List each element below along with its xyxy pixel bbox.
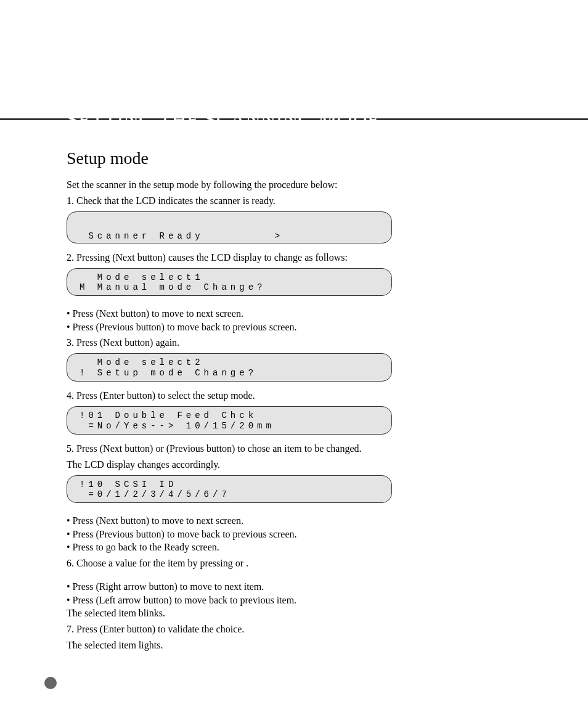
page-number: 38 bbox=[62, 677, 73, 690]
step-3-instruction: 3. Press (Next button) again. bbox=[67, 337, 551, 348]
step-7-instruction-a: 7. Press (Enter button) to validate the … bbox=[67, 624, 551, 635]
after6-c: The selected item blinks. bbox=[67, 607, 165, 620]
step-5-instruction-a: 5. Press (Next button) or (Previous butt… bbox=[67, 443, 551, 454]
main-content: SETTING THE SCANNING MODE Setup mode Set… bbox=[0, 120, 588, 651]
lcd-display-2: Mode select1 M Manual mode Change? bbox=[67, 268, 392, 296]
after5-b: • Press (Previous button) to move back t… bbox=[67, 528, 297, 541]
between-step-2-3: • Press (Next button) to move to next sc… bbox=[67, 307, 551, 333]
lcd-display-1: Scanner Ready > bbox=[67, 211, 392, 243]
lcd-display-5: !10 SCSI ID =0/1/2/3/4/5/6/7 bbox=[67, 475, 392, 504]
lcd-5-line1: !10 SCSI ID bbox=[80, 480, 177, 489]
step-4-instruction: 4. Press (Enter button) to select the se… bbox=[67, 390, 551, 401]
after5-c: • Press to go back to the Ready screen. bbox=[67, 541, 219, 554]
after6-a: • Press (Right arrow button) to move to … bbox=[67, 580, 264, 594]
after6-b: • Press (Left arrow button) to move back… bbox=[67, 594, 296, 607]
after-step-6: • Press (Right arrow button) to move to … bbox=[67, 580, 551, 620]
bullet-a: • Press (Next button) to move to next sc… bbox=[67, 307, 243, 321]
lcd-1-line2: Scanner Ready > bbox=[80, 231, 284, 241]
after-step-5: • Press (Next button) to move to next sc… bbox=[67, 514, 551, 554]
running-head: SETTING THE SCANNING MODE bbox=[410, 105, 551, 116]
lcd-3-line2: ! Setup mode Change? bbox=[80, 368, 257, 378]
lcd-5-line2: =0/1/2/3/4/5/6/7 bbox=[80, 489, 231, 499]
lcd-3-line1: Mode select2 bbox=[80, 358, 204, 367]
step-1-instruction: 1. Check that the LCD indicates the scan… bbox=[67, 195, 551, 206]
bullet-b: • Press (Previous button) to move back t… bbox=[67, 321, 297, 334]
lcd-2-line1: Mode select1 bbox=[80, 272, 204, 282]
step-5-instruction-b: The LCD display changes accordingly. bbox=[67, 459, 551, 470]
step-6-instruction: 6. Choose a value for the item by pressi… bbox=[67, 558, 551, 569]
section-title: Setup mode bbox=[67, 149, 551, 168]
step-7-instruction-b: The selected item lights. bbox=[67, 640, 551, 651]
lcd-2-line2: M Manual mode Change? bbox=[80, 282, 266, 292]
after5-a: • Press (Next button) to move to next sc… bbox=[67, 514, 243, 528]
section-intro: Set the scanner in the setup mode by fol… bbox=[67, 179, 551, 190]
page-number-dot bbox=[44, 677, 57, 689]
lcd-4-line1: !01 Double Feed Chck bbox=[80, 411, 257, 420]
lcd-4-line2: =No/Yes--> 10/15/20mm bbox=[80, 421, 275, 431]
step-2-instruction: 2. Pressing (Next button) causes the LCD… bbox=[67, 252, 551, 263]
lcd-display-4: !01 Double Feed Chck =No/Yes--> 10/15/20… bbox=[67, 406, 392, 435]
lcd-display-3: Mode select2 ! Setup mode Change? bbox=[67, 353, 392, 382]
